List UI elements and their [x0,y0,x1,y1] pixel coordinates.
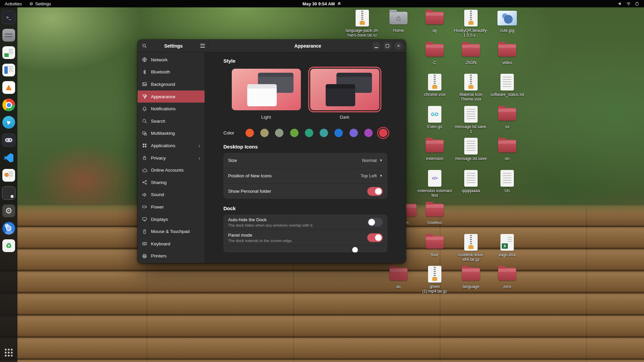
desktop-icon[interactable]: rustdesk-linux-x64.tar.gz [453,233,488,262]
color-swatch[interactable] [364,129,373,137]
panel-mode-row: Panel mode The dock extends to the scree… [223,230,387,245]
desktop-icon[interactable]: HookyQR.beautify-1.5.0.v... [453,9,488,38]
desktop-icon[interactable]: cute.jpg [490,9,525,33]
desktop-icon[interactable]: software_status.txt [490,73,525,97]
bell-icon [142,106,147,112]
maximize-button[interactable] [383,42,391,50]
terminal-icon[interactable] [2,11,15,24]
desktop-icon[interactable]: qqqqaaaa [453,169,488,193]
desktop-icon[interactable]: language-pack-zh-hans-base.tar.xz [345,9,380,38]
personal-folder-toggle[interactable] [367,187,383,196]
libreoffice-impress-icon[interactable] [2,169,15,182]
desktop-icon[interactable]: extension.vsixmanifest [417,169,452,198]
chromium-browser-icon[interactable] [2,222,15,235]
desktop-icon[interactable]: chrome.vsix [417,73,452,97]
desktop-icon[interactable]: xago.xlsx [490,233,525,257]
close-button[interactable]: × [394,42,402,50]
desktop-icon-glyph [426,233,444,251]
sidebar-item-notifications[interactable]: Notifications [138,103,205,115]
color-swatch[interactable] [320,129,328,137]
color-swatch[interactable] [334,129,343,137]
desktop-icon[interactable]: Un [490,169,525,193]
desktop-icon[interactable]: C [417,41,452,65]
desktop-icon[interactable]: sx [490,105,525,129]
settings-app-icon[interactable] [2,204,15,217]
color-swatch[interactable] [260,129,269,137]
desktop-icon[interactable]: Home [381,9,416,33]
sidebar-item-keyboard[interactable]: Keyboard [138,238,205,250]
color-swatch[interactable] [275,129,283,137]
recycle-app-icon[interactable] [2,239,15,252]
sidebar-item-applications[interactable]: Applications › [138,139,205,152]
desktop-icon[interactable]: four [417,233,452,257]
desktop-icon[interactable]: language [453,265,488,289]
screenshot-tool-icon[interactable] [2,186,15,200]
desktop-icon[interactable]: extension [417,137,452,161]
desktop-icon[interactable]: as [381,265,416,289]
show-applications-icon[interactable] [4,348,13,357]
color-swatch[interactable] [350,129,358,137]
messaging-app-icon[interactable] [2,116,15,129]
desktop-icon-glyph [464,169,478,187]
sidebar-item-printers[interactable]: Printers [138,250,205,262]
desktop-icon[interactable]: Material Icon Theme.vsix [453,73,488,102]
color-swatch[interactable] [305,129,313,137]
chrome-icon[interactable] [2,99,15,111]
main-menu-button[interactable] [198,41,207,50]
icon-size-row[interactable]: Size Normal ▼ [223,153,387,168]
desktop-icon[interactable]: ay [417,9,452,33]
desktop-icon[interactable]: green (1).mp4.tar.gz [417,265,452,294]
style-option-light[interactable]: Light [232,69,301,120]
panel-mode-toggle[interactable] [367,233,383,242]
autohide-dock-toggle[interactable] [367,218,383,227]
file-manager-icon[interactable] [2,29,15,42]
notifications-disabled-icon [337,2,341,6]
clock-menu-button[interactable]: May 30 9:54 AM [303,1,341,6]
page-title: Appearance [294,43,321,49]
network-icon [626,1,631,6]
sidebar-item-displays[interactable]: Displays [138,213,205,226]
activities-button[interactable]: Activities [5,1,22,6]
sidebar-item-search[interactable]: Search [138,115,205,127]
desktop-icon-glyph [428,73,441,91]
slider-handle[interactable] [352,247,358,252]
desktop-icon[interactable]: Useless [417,201,452,225]
sidebar-item-mouse-touchpad[interactable]: Mouse & Touchpad [138,225,205,238]
libreoffice-writer-icon[interactable] [2,64,15,76]
vscode-icon[interactable] [2,152,15,164]
icon-position-value: Top Left [361,173,377,178]
minimize-button[interactable] [372,42,380,50]
icon-position-row[interactable]: Position of New Icons Top Left ▼ [223,168,387,183]
desktop-icon[interactable]: JSON [453,41,488,65]
app-menu-button[interactable]: ⚙ Settings [29,1,51,6]
settings-window: Settings Appearance × Network Bluetooth [138,40,406,263]
desktop-icon[interactable]: message.txt.save.1 [453,105,488,134]
search-button[interactable] [140,41,149,50]
desktop-icon[interactable]: zero [490,265,525,289]
color-swatch[interactable] [246,129,254,137]
sidebar-item-online-accounts[interactable]: Online Accounts [138,164,205,176]
app-menu-label: Settings [35,1,51,6]
vlc-icon[interactable] [2,81,15,94]
sidebar-item-privacy[interactable]: Privacy › [138,152,205,164]
color-swatch[interactable] [290,129,299,137]
sidebar-item-network[interactable]: Network [138,54,205,66]
system-status-menu[interactable] [618,1,644,6]
sidebar-item-sharing[interactable]: Sharing [138,176,205,189]
desktop-icon[interactable]: Even.go [417,105,452,129]
game-app-icon[interactable] [2,133,15,147]
close-icon: × [397,43,400,48]
desktop-icon[interactable]: message.txt.save [453,137,488,161]
sidebar-item-background[interactable]: Background [138,78,205,90]
keyboard-icon [142,241,147,246]
libreoffice-calc-icon[interactable] [2,46,15,59]
sidebar-item-bluetooth[interactable]: Bluetooth [138,66,205,78]
sidebar-item-sound[interactable]: Sound [138,189,205,201]
sidebar-item-power[interactable]: Power [138,201,205,213]
color-swatch[interactable] [379,129,387,137]
desktop-icon[interactable]: on [490,137,525,161]
sidebar-item-appearance[interactable]: Appearance [138,90,205,103]
style-option-dark[interactable]: Dark [310,69,379,120]
sidebar-item-multitasking[interactable]: Multitasking [138,127,205,140]
desktop-icon[interactable]: video [490,41,525,65]
